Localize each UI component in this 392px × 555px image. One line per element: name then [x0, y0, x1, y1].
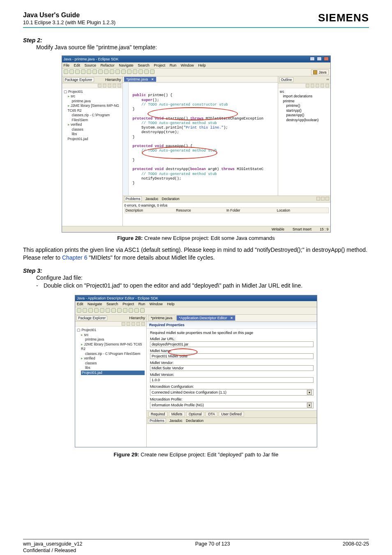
outline-item[interactable]: printme [283, 99, 329, 104]
project-tree[interactable]: Project01 src printme.java J2ME library … [75, 327, 146, 447]
menu-file[interactable]: File [64, 63, 70, 67]
tab-required[interactable]: Required [148, 412, 168, 417]
menu-window[interactable]: Window [181, 63, 194, 67]
toolbar-icon[interactable] [311, 84, 314, 88]
editor-tab-printme[interactable]: *printme.java × [124, 77, 156, 82]
code-editor[interactable]: public printme() { super(); // TODO Auto… [123, 83, 278, 196]
menu-navigate[interactable]: Navigate [88, 302, 102, 306]
tab-close-icon[interactable]: × [231, 316, 233, 320]
toolbar-icon[interactable] [127, 322, 130, 326]
input-midlet-vendor[interactable]: Midlet Suite Vendor [150, 365, 314, 371]
toolbar-icon[interactable] [98, 69, 103, 74]
input-midlet-name[interactable]: Project01 Midlet Suite [150, 353, 314, 359]
tab-hierarchy[interactable]: Hierarchy [129, 316, 145, 320]
menu-edit[interactable]: Edit [74, 63, 81, 67]
menu-help[interactable]: Help [198, 63, 206, 67]
tab-user-defined[interactable]: User Defined [219, 412, 244, 417]
tree-printme-java[interactable]: printme.java [85, 337, 145, 342]
tree-libs[interactable]: libs [72, 132, 121, 136]
toolbar-icon[interactable] [117, 308, 122, 313]
tree-classes[interactable]: classes [72, 127, 121, 132]
toolbar-icon[interactable] [104, 69, 108, 74]
tab-package-explorer[interactable]: Package Explorer [76, 315, 107, 320]
tree-libs[interactable]: libs [85, 366, 145, 370]
toolbar-icon[interactable] [118, 84, 121, 88]
menu-project[interactable]: Project [122, 302, 134, 306]
window-control-buttons[interactable] [309, 57, 328, 62]
toolbar-icon[interactable] [100, 308, 104, 313]
tree-src[interactable]: src [68, 94, 121, 99]
menu-search[interactable]: Search [138, 63, 150, 67]
toolbar-icon[interactable] [134, 308, 139, 313]
main-toolbar[interactable] [75, 307, 317, 315]
toolbar-icon[interactable] [98, 84, 101, 88]
tab-package-explorer[interactable]: Package Explorer [63, 77, 94, 82]
toolbar-icon[interactable] [77, 308, 81, 313]
outline-item[interactable]: startApp() [286, 108, 329, 113]
toolbar-icon[interactable] [138, 69, 143, 74]
tab-declaration[interactable]: Declaration [186, 419, 203, 423]
tree-classes-zip[interactable]: classes.zip - C:\Program Files\Siem [72, 113, 121, 122]
menu-run[interactable]: Run [138, 302, 145, 306]
editor-tab-printme[interactable]: *printme.java [148, 315, 175, 321]
toolbar-icon[interactable] [81, 69, 85, 74]
toolbar-icon[interactable] [321, 84, 324, 88]
tree-j2me-lib[interactable]: J2ME library [Siemens IMP-NG TC65 R2 [81, 342, 145, 352]
toolbar-icon[interactable] [127, 69, 131, 74]
package-explorer-view[interactable]: Package Explorer Hierarchy Project01 src… [62, 76, 123, 196]
editor-area[interactable]: *printme.java × public printme() { super… [123, 76, 278, 196]
toolbar-icon[interactable] [83, 308, 87, 313]
menu-edit[interactable]: Edit [77, 302, 83, 306]
menu-source[interactable]: Source [85, 63, 97, 67]
toolbar-icon[interactable] [136, 322, 140, 326]
outline-item[interactable]: destroyApp(boolean) [286, 118, 329, 122]
problems-view[interactable]: Problems Javadoc Declaration 0 errors, 0… [123, 196, 330, 226]
tab-problems[interactable]: Problems [124, 196, 142, 201]
package-explorer-view[interactable]: Package Explorer Hierarchy Project01 src… [75, 315, 147, 447]
toolbar-icon[interactable] [150, 69, 154, 74]
select-microedition-profile[interactable]: Information Module Profile (NG) ▾ [150, 402, 314, 408]
tree-project[interactable]: Project01 [77, 328, 145, 332]
menu-help[interactable]: Help [167, 302, 175, 306]
col-infolder[interactable]: In Folder [226, 208, 277, 212]
toolbar-icon[interactable] [94, 308, 99, 313]
outline-item[interactable]: src [280, 90, 329, 94]
toolbar-icon[interactable] [325, 197, 329, 200]
menu-navigate[interactable]: Navigate [119, 63, 134, 67]
toolbar-icon[interactable] [92, 69, 97, 74]
explorer-toolbar[interactable] [62, 83, 122, 88]
toolbar-icon[interactable] [106, 308, 110, 313]
tab-ota[interactable]: OTA [205, 412, 217, 417]
menu-window[interactable]: Window [150, 302, 163, 306]
toolbar-icon[interactable] [110, 69, 114, 74]
toolbar-icon[interactable] [140, 308, 145, 313]
toolbar-icon[interactable] [103, 84, 106, 88]
tree-j2me-lib[interactable]: J2ME library [Siemens IMP-NG TC65 R2 [68, 104, 121, 113]
outline-item[interactable]: import declarations [283, 94, 329, 99]
tree-verified[interactable]: verified [81, 356, 145, 361]
toolbar-icon[interactable] [306, 84, 309, 88]
tab-close-icon[interactable]: × [152, 77, 154, 81]
tab-javadoc[interactable]: Javadoc [169, 419, 182, 423]
tab-javadoc[interactable]: Javadoc [145, 197, 159, 201]
tree-classes-zip[interactable]: classes.zip - C:\Program Files\Siem [85, 352, 145, 356]
toolbar-icon[interactable] [87, 69, 91, 74]
menu-bar[interactable]: Edit Navigate Search Project Run Window … [75, 301, 317, 307]
tree-jad-selected[interactable]: Project01.jad [81, 371, 145, 375]
descriptor-bottom-tabs[interactable]: Required Midlets Optional OTA User Defin… [147, 410, 317, 417]
menu-project[interactable]: Project [154, 63, 165, 67]
close-icon[interactable] [324, 57, 329, 61]
toolbar-icon[interactable] [121, 69, 126, 74]
editor-tab-descriptor[interactable]: *Application Descriptor Editor × [176, 315, 236, 321]
select-microedition-config[interactable]: Connected Limited Device Configuration (… [150, 389, 314, 396]
outline-view[interactable]: Outline ▫▫ src import declarations print… [278, 76, 330, 196]
maximize-icon[interactable] [317, 57, 322, 61]
outline-item[interactable]: printme() [286, 104, 329, 108]
toolbar-icon[interactable] [122, 322, 125, 326]
input-midlet-jar-url[interactable]: deployed\Project01.jar [150, 341, 314, 347]
toolbar-icon[interactable] [131, 322, 135, 326]
tree-src[interactable]: src [81, 333, 145, 337]
toolbar-icon[interactable] [144, 69, 149, 74]
tree-jad[interactable]: Project01.jad [68, 137, 121, 141]
menu-bar[interactable]: File Edit Source Refactor Navigate Searc… [62, 62, 330, 69]
